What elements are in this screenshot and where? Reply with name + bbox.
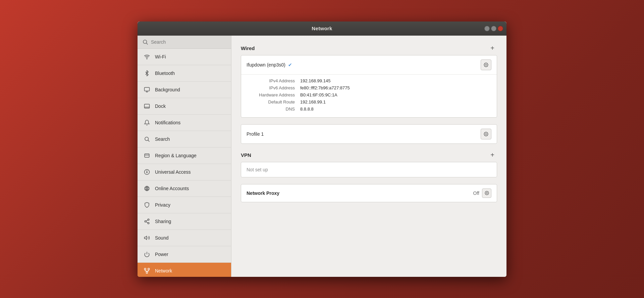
profile1-gear-button[interactable] [481,129,491,139]
sidebar-item-dock[interactable]: Dock [138,98,231,115]
sidebar-item-wifi-label: Wi-Fi [155,54,226,59]
svg-rect-24 [148,268,150,270]
bluetooth-icon [143,69,151,77]
proxy-status: Off [473,190,479,196]
sidebar-item-universal[interactable]: Universal Access [138,164,231,180]
sidebar-item-power-label: Power [155,252,226,257]
hardware-value: B0:41:6F:05:9C:1A [300,92,491,97]
sidebar-item-privacy[interactable]: Privacy [138,197,231,213]
sidebar-item-region[interactable]: Region & Language [138,147,231,164]
sidebar-item-sound-label: Sound [155,235,226,241]
sidebar-item-power[interactable]: Power [138,246,231,263]
window-controls [484,26,503,31]
sidebar: Wi-Fi Bluetooth Backgr [138,36,231,277]
sidebar-item-sharing[interactable]: Sharing [138,213,231,230]
proxy-label: Network Proxy [247,190,279,196]
default-route-row: Default Route 192.168.99.1 [247,98,491,105]
universal-access-icon [143,168,151,176]
svg-point-16 [148,219,149,220]
svg-rect-6 [145,104,150,108]
sidebar-item-search[interactable]: Search [138,131,231,147]
default-route-value: 192.168.99.1 [300,99,491,104]
profile1-card: Profile 1 [241,124,497,144]
sidebar-item-notifications-label: Notifications [155,120,226,125]
svg-point-0 [143,40,147,44]
svg-line-20 [146,220,148,221]
ipv6-row: IPv6 Address fe80::fff2:7b96:a727:8775 [247,84,491,91]
svg-point-13 [147,171,147,171]
vpn-empty-text: Not set up [241,162,497,177]
sidebar-item-bluetooth-label: Bluetooth [155,71,226,76]
proxy-gear-button[interactable] [482,188,491,198]
svg-point-8 [145,137,149,141]
sidebar-item-sound[interactable]: Sound [138,230,231,246]
ipv4-row: IPv4 Address 192.168.99.145 [247,77,491,84]
sidebar-search-bar[interactable] [138,36,231,49]
sidebar-item-search-label: Search [155,136,226,142]
svg-rect-25 [146,272,148,273]
vpn-section-header: VPN + [241,151,497,160]
sidebar-item-region-label: Region & Language [155,153,226,158]
main-content: Wired + Ifupdown (enp3s0) ✔ [231,36,506,277]
window-title: Network [312,26,332,31]
svg-marker-21 [145,236,147,240]
wired-section-header: Wired + [241,44,497,53]
notifications-icon [143,119,151,127]
region-icon [143,152,151,160]
vpn-section-title: VPN [241,152,251,158]
svg-line-9 [148,140,149,141]
sidebar-item-network[interactable]: Network [138,263,231,277]
svg-point-2 [147,58,147,59]
svg-rect-23 [145,268,146,270]
background-icon [143,86,151,94]
sidebar-item-bluetooth[interactable]: Bluetooth [138,65,231,82]
minimize-button[interactable] [484,26,490,31]
network-icon [143,267,151,275]
proxy-card: Network Proxy Off [241,184,497,202]
dns-value: 8.8.8.8 [300,107,491,112]
search-icon [142,39,148,45]
add-wired-button[interactable]: + [488,44,497,53]
wired-primary-profile: Ifupdown (enp3s0) ✔ [241,55,497,74]
wired-profile-gear-button[interactable] [481,59,491,70]
proxy-gear-icon [485,191,489,195]
settings-window: Network [138,22,506,277]
add-vpn-button[interactable]: + [488,151,497,160]
search-input[interactable] [151,39,226,45]
ipv4-label: IPv4 Address [247,78,300,83]
svg-point-36 [485,133,487,135]
sound-icon [143,234,151,242]
sharing-icon [143,217,151,225]
wired-profile-card: Ifupdown (enp3s0) ✔ IPv4 Address 192.168… [241,55,497,118]
close-button[interactable] [498,26,503,31]
svg-line-19 [146,222,148,223]
svg-point-17 [145,220,146,222]
sidebar-item-background[interactable]: Background [138,82,231,98]
proxy-row: Network Proxy Off [241,184,497,202]
profile-left: Ifupdown (enp3s0) ✔ [247,62,292,68]
titlebar: Network [138,22,506,36]
dock-icon [143,102,151,110]
sidebar-item-online-accounts[interactable]: Online Accounts [138,180,231,197]
ipv6-label: IPv6 Address [247,85,300,90]
profile1-name: Profile 1 [247,131,264,137]
dns-label: DNS [247,107,300,112]
ipv6-value: fe80::fff2:7b96:a727:8775 [300,85,491,90]
gear-icon [484,62,488,67]
svg-point-35 [485,64,487,66]
vpn-card: Not set up [241,162,497,177]
network-details: IPv4 Address 192.168.99.145 IPv6 Address… [241,74,497,117]
svg-point-37 [486,193,487,194]
sidebar-item-privacy-label: Privacy [155,202,226,208]
ifupdown-profile-name: Ifupdown (enp3s0) [247,62,285,68]
sidebar-item-notifications[interactable]: Notifications [138,115,231,131]
svg-rect-3 [145,87,150,91]
maximize-button[interactable] [491,26,496,31]
svg-point-18 [148,222,149,224]
sidebar-item-wifi[interactable]: Wi-Fi [138,49,231,65]
sidebar-item-online-accounts-label: Online Accounts [155,186,226,191]
sidebar-item-dock-label: Dock [155,103,226,109]
proxy-right: Off [473,188,491,198]
svg-rect-10 [145,154,149,157]
svg-line-1 [146,43,148,44]
